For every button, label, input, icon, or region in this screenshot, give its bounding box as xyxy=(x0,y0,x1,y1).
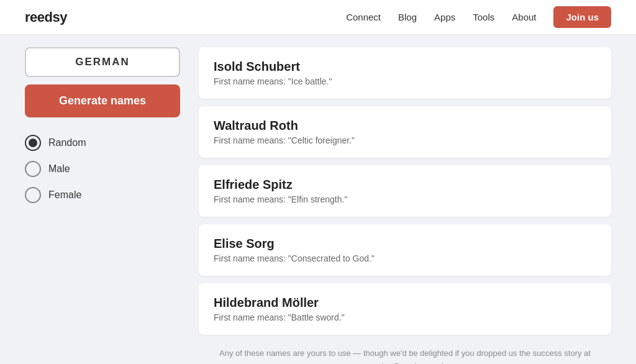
radio-female-label: Female xyxy=(48,189,81,201)
nationality-button[interactable]: GERMAN xyxy=(25,47,180,77)
main-content: GERMAN Generate names Random Male Female… xyxy=(0,35,636,364)
nav-about[interactable]: About xyxy=(512,12,536,22)
name-card-1: Waltraud Roth First name means: "Celtic … xyxy=(199,106,611,158)
gender-radio-group: Random Male Female xyxy=(25,135,180,203)
name-card-desc-4: First name means: "Battle sword." xyxy=(214,312,596,322)
radio-female-circle xyxy=(25,187,41,203)
sidebar: GERMAN Generate names Random Male Female xyxy=(25,47,180,364)
radio-random-label: Random xyxy=(48,137,86,148)
radio-male[interactable]: Male xyxy=(25,161,180,177)
join-button[interactable]: Join us xyxy=(553,6,611,28)
nav-tools[interactable]: Tools xyxy=(473,12,494,22)
name-card-desc-1: First name means: "Celtic foreigner." xyxy=(214,135,596,145)
name-card-2: Elfriede Spitz First name means: "Elfin … xyxy=(199,165,611,217)
name-card-title-0: Isold Schubert xyxy=(214,60,596,74)
radio-male-circle xyxy=(25,161,41,177)
nav-connect[interactable]: Connect xyxy=(346,12,381,22)
logo: reedsy xyxy=(25,9,67,25)
results-panel: Isold Schubert First name means: "Ice ba… xyxy=(199,47,611,364)
nav-apps[interactable]: Apps xyxy=(434,12,455,22)
nav-blog[interactable]: Blog xyxy=(398,12,417,22)
radio-male-label: Male xyxy=(48,163,70,175)
name-card-3: Elise Sorg First name means: "Consecrate… xyxy=(199,224,611,276)
name-card-desc-2: First name means: "Elfin strength." xyxy=(214,194,596,204)
nav: Connect Blog Apps Tools About Join us xyxy=(346,6,611,28)
radio-random-circle xyxy=(25,135,41,151)
header: reedsy Connect Blog Apps Tools About Joi… xyxy=(0,0,636,35)
name-card-0: Isold Schubert First name means: "Ice ba… xyxy=(199,47,611,99)
radio-female[interactable]: Female xyxy=(25,187,180,203)
name-card-desc-0: First name means: "Ice battle." xyxy=(214,76,596,86)
name-card-title-1: Waltraud Roth xyxy=(214,119,596,133)
footer-note: Any of these names are yours to use — th… xyxy=(199,347,611,364)
name-card-title-3: Elise Sorg xyxy=(214,237,596,251)
generate-names-button[interactable]: Generate names xyxy=(25,84,180,117)
name-card-title-4: Hildebrand Möller xyxy=(214,296,596,310)
name-card-desc-3: First name means: "Consecrated to God." xyxy=(214,253,596,263)
name-card-4: Hildebrand Möller First name means: "Bat… xyxy=(199,283,611,335)
radio-random[interactable]: Random xyxy=(25,135,180,151)
name-card-title-2: Elfriede Spitz xyxy=(214,178,596,192)
